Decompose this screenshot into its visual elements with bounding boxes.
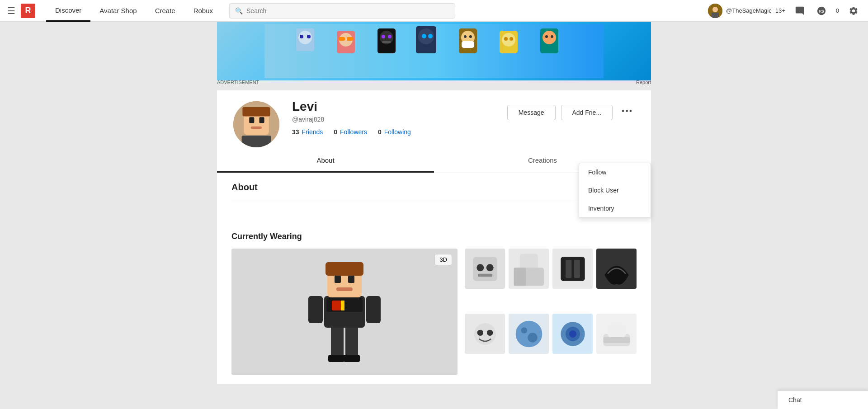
nav-right: @TheSageMagic 13+ R$ 0 (708, 4, 861, 18)
wearing-item-6[interactable] (552, 314, 593, 354)
about-divider (231, 200, 637, 200)
svg-rect-33 (542, 31, 556, 44)
more-button[interactable]: ••• (618, 105, 637, 118)
svg-rect-70 (561, 257, 585, 281)
wearing-item-7[interactable] (596, 314, 637, 354)
svg-point-30 (504, 37, 508, 41)
svg-text:R$: R$ (819, 9, 824, 13)
message-button[interactable]: Message (507, 105, 556, 120)
following-count: 0 (378, 128, 382, 136)
search-input[interactable] (246, 7, 449, 14)
svg-rect-41 (242, 107, 270, 116)
svg-point-79 (515, 320, 542, 347)
nav-links: Discover Avatar Shop Create Robux (46, 0, 222, 22)
svg-point-8 (300, 35, 303, 38)
currently-wearing-title: Currently Wearing (231, 232, 637, 241)
svg-point-80 (521, 327, 527, 333)
nav-username: @TheSageMagic (726, 7, 772, 14)
profile-stats: 33 Friends 0 Followers 0 Following (292, 128, 496, 136)
svg-point-26 (464, 35, 467, 38)
svg-point-35 (551, 35, 553, 38)
svg-rect-40 (251, 127, 262, 129)
currently-wearing-section: Currently Wearing (217, 223, 651, 384)
svg-rect-2 (712, 13, 719, 18)
svg-rect-68 (514, 268, 526, 286)
settings-icon[interactable] (846, 4, 861, 18)
svg-point-21 (422, 34, 426, 38)
nav-link-create[interactable]: Create (146, 0, 184, 22)
ad-report[interactable]: Report (636, 80, 651, 85)
wearing-item-5[interactable] (509, 314, 549, 354)
svg-rect-54 (326, 262, 363, 276)
svg-rect-38 (249, 117, 254, 123)
dropdown-follow[interactable]: Follow (579, 163, 651, 181)
chat-icon[interactable] (793, 4, 807, 18)
wearing-item-4[interactable] (465, 314, 505, 354)
wearing-item-2[interactable] (552, 249, 593, 289)
svg-point-31 (509, 37, 513, 41)
svg-point-34 (545, 35, 548, 38)
nav-age-label: 13+ (775, 7, 785, 14)
chat-bar[interactable]: Chat (778, 390, 868, 409)
add-friend-button[interactable]: Add Frie... (561, 105, 613, 120)
3d-button[interactable]: 3D (434, 254, 452, 265)
svg-rect-49 (341, 301, 344, 310)
profile-card: Levi @aviraj828 33 Friends 0 Followers 0… (217, 90, 651, 149)
svg-rect-88 (603, 337, 630, 343)
nav-link-discover[interactable]: Discover (46, 0, 90, 22)
tab-about[interactable]: About (217, 149, 434, 173)
svg-point-17 (388, 35, 392, 38)
svg-point-16 (382, 35, 385, 38)
svg-rect-12 (339, 37, 345, 41)
nav-avatar (708, 4, 722, 18)
ad-banner-container: ADVERTISEMENT Report (217, 22, 651, 90)
svg-point-27 (469, 35, 472, 38)
robux-icon[interactable]: R$ (814, 4, 829, 18)
svg-rect-51 (366, 296, 381, 323)
profile-header: Levi @aviraj828 33 Friends 0 Followers 0… (231, 99, 637, 149)
friends-count: 33 (292, 128, 299, 136)
svg-rect-64 (478, 273, 492, 277)
dropdown-block-user[interactable]: Block User (579, 181, 651, 199)
avatar-preview-svg (299, 253, 390, 371)
svg-rect-59 (344, 355, 360, 362)
ad-label: ADVERTISEMENT (217, 80, 259, 85)
nav-user[interactable]: @TheSageMagic 13+ (708, 4, 785, 18)
svg-point-76 (477, 329, 483, 335)
nav-link-robux[interactable]: Robux (184, 0, 222, 22)
hamburger-icon[interactable]: ☰ (7, 5, 15, 16)
friends-link[interactable]: Friends (302, 128, 323, 136)
roblox-logo[interactable]: R (21, 4, 35, 18)
dropdown-menu: Follow Block User Inventory (579, 163, 651, 218)
svg-point-9 (307, 35, 311, 38)
following-stat: 0 Following (378, 128, 411, 136)
search-bar[interactable]: 🔍 (229, 3, 455, 19)
svg-rect-89 (608, 325, 626, 337)
svg-rect-42 (242, 136, 271, 147)
svg-rect-50 (308, 296, 323, 323)
ad-banner-content (264, 24, 604, 78)
svg-point-63 (486, 264, 493, 271)
ad-banner-image (264, 24, 604, 78)
svg-point-1 (712, 7, 718, 12)
following-link[interactable]: Following (384, 128, 411, 136)
friends-stat: 33 Friends (292, 128, 323, 136)
profile-avatar (231, 99, 281, 149)
report-abuse: Report Abuse (231, 206, 637, 214)
ad-banner (217, 22, 651, 80)
avatar-3d-preview: 3D (231, 249, 458, 375)
profile-actions: Message Add Frie... ••• (507, 105, 637, 129)
dropdown-inventory[interactable]: Inventory (579, 199, 651, 217)
robux-amount: 0 (836, 7, 839, 14)
nav-link-avatar-shop[interactable]: Avatar Shop (90, 0, 146, 22)
wearing-item-1[interactable] (509, 249, 549, 289)
followers-stat: 0 Followers (334, 128, 367, 136)
svg-point-81 (528, 333, 537, 342)
svg-rect-56 (348, 276, 354, 283)
svg-rect-57 (336, 287, 353, 291)
followers-link[interactable]: Followers (340, 128, 367, 136)
wearing-item-3[interactable] (596, 249, 637, 289)
profile-area: Levi @aviraj828 33 Friends 0 Followers 0… (217, 90, 651, 384)
svg-rect-45 (345, 325, 358, 357)
wearing-item-0[interactable] (465, 249, 505, 289)
